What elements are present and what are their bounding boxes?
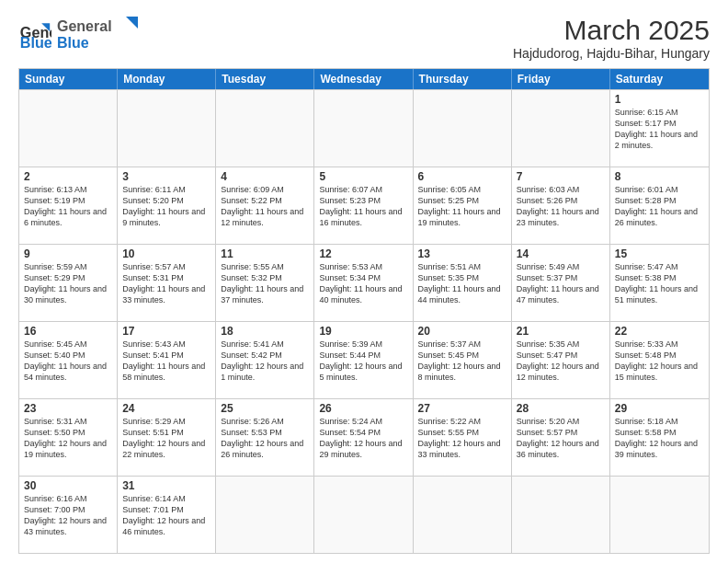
day-number: 25 [221, 402, 309, 415]
day-number: 26 [319, 402, 407, 415]
header-tuesday: Tuesday [216, 69, 314, 89]
day-info: Sunrise: 5:49 AMSunset: 5:37 PMDaylight:… [517, 261, 605, 306]
calendar-cell: 29Sunrise: 5:18 AMSunset: 5:58 PMDayligh… [610, 399, 709, 476]
calendar-cell: 9Sunrise: 5:59 AMSunset: 5:29 PMDaylight… [19, 245, 118, 321]
calendar-cell: 12Sunrise: 5:53 AMSunset: 5:34 PMDayligh… [314, 245, 413, 321]
day-info: Sunrise: 5:26 AMSunset: 5:53 PMDaylight:… [221, 416, 309, 461]
calendar-cell: 8Sunrise: 6:01 AMSunset: 5:28 PMDaylight… [610, 167, 709, 244]
day-info: Sunrise: 6:15 AMSunset: 5:17 PMDaylight:… [615, 107, 704, 152]
day-info: Sunrise: 5:45 AMSunset: 5:40 PMDaylight:… [24, 339, 112, 384]
calendar-cell: 3Sunrise: 6:11 AMSunset: 5:20 PMDaylight… [118, 167, 216, 244]
calendar-cell: 5Sunrise: 6:07 AMSunset: 5:23 PMDaylight… [314, 167, 413, 244]
day-info: Sunrise: 5:18 AMSunset: 5:58 PMDaylight:… [615, 416, 704, 461]
header-monday: Monday [118, 69, 216, 89]
calendar-cell: 6Sunrise: 6:05 AMSunset: 5:25 PMDaylight… [414, 167, 512, 244]
calendar-cell: 17Sunrise: 5:43 AMSunset: 5:41 PMDayligh… [118, 322, 216, 398]
calendar-cell: 19Sunrise: 5:39 AMSunset: 5:44 PMDayligh… [314, 322, 413, 398]
day-number: 17 [122, 325, 210, 338]
calendar-cell: 15Sunrise: 5:47 AMSunset: 5:38 PMDayligh… [610, 245, 709, 321]
day-info: Sunrise: 5:31 AMSunset: 5:50 PMDaylight:… [24, 416, 112, 461]
day-info: Sunrise: 5:22 AMSunset: 5:55 PMDaylight:… [418, 416, 506, 461]
day-number: 30 [24, 479, 112, 492]
day-number: 6 [418, 170, 506, 183]
day-number: 16 [24, 325, 112, 338]
calendar-cell [512, 90, 610, 167]
day-info: Sunrise: 6:14 AMSunset: 7:01 PMDaylight:… [122, 493, 210, 538]
day-info: Sunrise: 5:33 AMSunset: 5:48 PMDaylight:… [615, 339, 704, 384]
calendar-cell [19, 90, 118, 167]
calendar-cell: 24Sunrise: 5:29 AMSunset: 5:51 PMDayligh… [118, 399, 216, 476]
calendar-cell [216, 90, 314, 167]
calendar-cell [512, 477, 610, 553]
day-number: 11 [221, 247, 309, 260]
location: Hajdudorog, Hajdu-Bihar, Hungary [513, 46, 710, 61]
day-number: 18 [221, 325, 309, 338]
day-number: 13 [418, 247, 506, 260]
calendar-cell: 26Sunrise: 5:24 AMSunset: 5:54 PMDayligh… [314, 399, 413, 476]
day-info: Sunrise: 5:37 AMSunset: 5:45 PMDaylight:… [418, 339, 506, 384]
header-thursday: Thursday [414, 69, 512, 89]
calendar-cell: 21Sunrise: 5:35 AMSunset: 5:47 PMDayligh… [512, 322, 610, 398]
header-sunday: Sunday [19, 69, 118, 89]
calendar-cell [118, 90, 216, 167]
day-number: 28 [517, 402, 605, 415]
day-info: Sunrise: 6:03 AMSunset: 5:26 PMDaylight:… [517, 184, 605, 229]
calendar-header: Sunday Monday Tuesday Wednesday Thursday… [19, 69, 709, 89]
calendar: Sunday Monday Tuesday Wednesday Thursday… [18, 68, 710, 554]
day-number: 27 [418, 402, 506, 415]
calendar-cell: 13Sunrise: 5:51 AMSunset: 5:35 PMDayligh… [414, 245, 512, 321]
header: General Blue General Blue March 2025 Haj… [18, 15, 710, 61]
calendar-cell: 4Sunrise: 6:09 AMSunset: 5:22 PMDaylight… [216, 167, 314, 244]
calendar-cell: 27Sunrise: 5:22 AMSunset: 5:55 PMDayligh… [414, 399, 512, 476]
calendar-cell: 7Sunrise: 6:03 AMSunset: 5:26 PMDaylight… [512, 167, 610, 244]
calendar-cell: 22Sunrise: 5:33 AMSunset: 5:48 PMDayligh… [610, 322, 709, 398]
day-info: Sunrise: 5:43 AMSunset: 5:41 PMDaylight:… [122, 339, 210, 384]
day-info: Sunrise: 6:01 AMSunset: 5:28 PMDaylight:… [615, 184, 704, 229]
day-number: 7 [517, 170, 605, 183]
day-number: 23 [24, 402, 112, 415]
day-number: 21 [517, 325, 605, 338]
day-info: Sunrise: 6:16 AMSunset: 7:00 PMDaylight:… [24, 493, 112, 538]
day-info: Sunrise: 6:09 AMSunset: 5:22 PMDaylight:… [221, 184, 309, 229]
calendar-cell: 14Sunrise: 5:49 AMSunset: 5:37 PMDayligh… [512, 245, 610, 321]
day-info: Sunrise: 5:51 AMSunset: 5:35 PMDaylight:… [418, 261, 506, 306]
day-number: 14 [517, 247, 605, 260]
day-info: Sunrise: 5:39 AMSunset: 5:44 PMDaylight:… [319, 339, 407, 384]
svg-text:Blue: Blue [20, 34, 51, 50]
day-info: Sunrise: 5:57 AMSunset: 5:31 PMDaylight:… [122, 261, 210, 306]
day-number: 20 [418, 325, 506, 338]
calendar-cell: 18Sunrise: 5:41 AMSunset: 5:42 PMDayligh… [216, 322, 314, 398]
calendar-row-6: 30Sunrise: 6:16 AMSunset: 7:00 PMDayligh… [19, 476, 709, 553]
calendar-cell [414, 477, 512, 553]
day-number: 12 [319, 247, 407, 260]
day-info: Sunrise: 5:47 AMSunset: 5:38 PMDaylight:… [615, 261, 704, 306]
header-saturday: Saturday [610, 69, 709, 89]
calendar-cell: 20Sunrise: 5:37 AMSunset: 5:45 PMDayligh… [414, 322, 512, 398]
day-info: Sunrise: 6:07 AMSunset: 5:23 PMDaylight:… [319, 184, 407, 229]
calendar-row-5: 23Sunrise: 5:31 AMSunset: 5:50 PMDayligh… [19, 398, 709, 476]
calendar-cell: 31Sunrise: 6:14 AMSunset: 7:01 PMDayligh… [118, 477, 216, 553]
calendar-cell: 2Sunrise: 6:13 AMSunset: 5:19 PMDaylight… [19, 167, 118, 244]
day-number: 22 [615, 325, 704, 338]
day-number: 5 [319, 170, 407, 183]
day-info: Sunrise: 5:59 AMSunset: 5:29 PMDaylight:… [24, 261, 112, 306]
day-number: 8 [615, 170, 704, 183]
day-number: 15 [615, 247, 704, 260]
logo-icon: General Blue [18, 17, 51, 50]
logo: General Blue General Blue [18, 15, 140, 52]
calendar-cell: 1Sunrise: 6:15 AMSunset: 5:17 PMDaylight… [610, 90, 709, 167]
calendar-cell: 10Sunrise: 5:57 AMSunset: 5:31 PMDayligh… [118, 245, 216, 321]
calendar-cell: 23Sunrise: 5:31 AMSunset: 5:50 PMDayligh… [19, 399, 118, 476]
calendar-cell [414, 90, 512, 167]
day-info: Sunrise: 5:24 AMSunset: 5:54 PMDaylight:… [319, 416, 407, 461]
calendar-row-3: 9Sunrise: 5:59 AMSunset: 5:29 PMDaylight… [19, 244, 709, 321]
day-number: 10 [122, 247, 210, 260]
month-year: March 2025 [513, 15, 710, 46]
header-wednesday: Wednesday [314, 69, 413, 89]
day-info: Sunrise: 6:05 AMSunset: 5:25 PMDaylight:… [418, 184, 506, 229]
calendar-cell [314, 477, 413, 553]
calendar-cell: 25Sunrise: 5:26 AMSunset: 5:53 PMDayligh… [216, 399, 314, 476]
day-info: Sunrise: 5:20 AMSunset: 5:57 PMDaylight:… [517, 416, 605, 461]
header-friday: Friday [512, 69, 610, 89]
calendar-row-4: 16Sunrise: 5:45 AMSunset: 5:40 PMDayligh… [19, 321, 709, 398]
